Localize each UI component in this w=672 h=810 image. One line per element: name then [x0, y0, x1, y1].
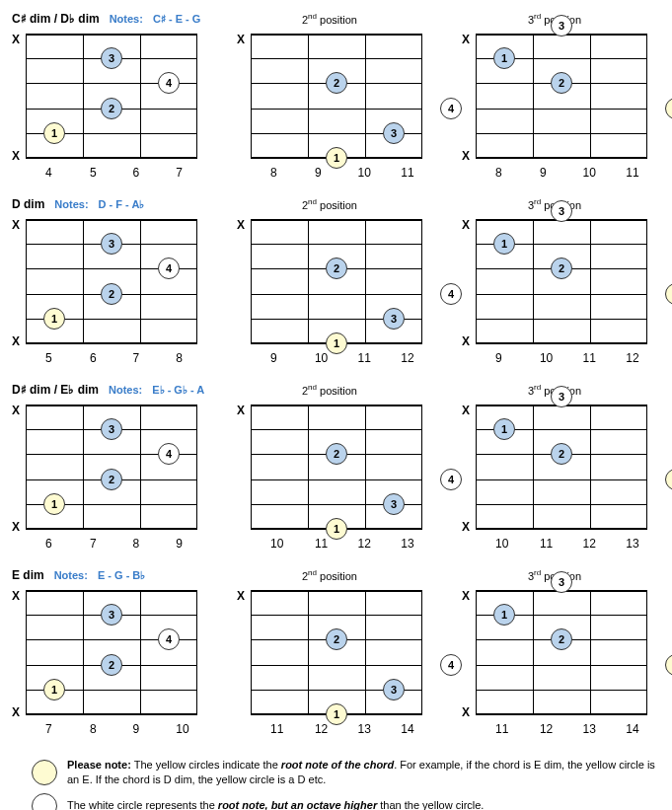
- fretboard-grid: 1234: [251, 405, 422, 529]
- fret-number: 11: [251, 722, 293, 736]
- muted-bottom: X: [462, 335, 476, 347]
- string-line: [476, 342, 647, 344]
- fret-number: 7: [26, 722, 68, 736]
- muted-top: X: [12, 219, 26, 231]
- finger-dot: 1: [493, 418, 515, 440]
- fret-line: [365, 34, 366, 158]
- finger-dot: 4: [665, 98, 672, 119]
- fret-line: [140, 405, 141, 529]
- string-line: [476, 504, 647, 505]
- string-line: [476, 133, 647, 134]
- chart-header: 2nd position: [237, 568, 422, 586]
- finger-dot: 4: [158, 443, 180, 465]
- chord-name: D dim: [12, 197, 44, 211]
- chord-chart: 2nd positionX123411121314: [237, 568, 422, 736]
- string-line: [476, 294, 647, 295]
- finger-dot: 1: [326, 332, 347, 354]
- fret-number: 10: [293, 351, 336, 365]
- muted-strings: X: [237, 34, 251, 158]
- chart-header: D dimNotes:D - F - A♭: [12, 197, 197, 215]
- finger-dot: 2: [326, 628, 347, 650]
- muted-top: X: [237, 34, 251, 45]
- fret-line: [308, 34, 309, 158]
- fret-number: 8: [476, 166, 518, 180]
- string-line: [476, 157, 647, 159]
- fret-line: [646, 34, 647, 158]
- finger-dot: 3: [383, 122, 405, 144]
- finger-dot: 1: [493, 47, 515, 69]
- fret-number: 7: [68, 537, 112, 551]
- muted-bottom: X: [12, 335, 26, 347]
- muted-strings: XX: [462, 219, 476, 343]
- fret-number: 13: [379, 537, 422, 551]
- fret-line: [83, 219, 84, 343]
- chart-header: C♯ dim / D♭ dimNotes:C♯ - E - G: [12, 12, 197, 30]
- position-label: 2nd position: [237, 568, 422, 582]
- fret-number: 14: [379, 722, 422, 736]
- finger-dot: 1: [43, 122, 65, 144]
- string-line: [476, 109, 647, 110]
- fret-line: [196, 590, 197, 714]
- fret-numbers: 10111213: [476, 537, 647, 551]
- chart-header: 2nd position: [237, 197, 422, 215]
- finger-dot: 2: [101, 654, 122, 676]
- fret-number: 10: [336, 166, 380, 180]
- string-line: [26, 713, 197, 715]
- position-label: 2nd position: [237, 197, 422, 211]
- fret-numbers: 9101112: [476, 351, 647, 365]
- string-line: [251, 58, 422, 59]
- fret-line: [26, 590, 27, 714]
- string-line: [251, 479, 422, 480]
- fret-line: [421, 34, 422, 158]
- fret-line: [251, 590, 252, 714]
- finger-dot: 3: [383, 493, 405, 515]
- fret-number: 11: [476, 722, 518, 736]
- fret-line: [26, 219, 27, 343]
- muted-top: X: [462, 405, 476, 416]
- chord-chart: 3rd positionXX3124891011: [462, 12, 647, 180]
- legend-circle-yellow: [32, 760, 57, 785]
- notes-label: Notes:: [110, 13, 143, 25]
- fret-number: 6: [68, 351, 112, 365]
- muted-bottom: X: [462, 521, 476, 533]
- finger-dot: 2: [326, 258, 347, 279]
- finger-dot: 1: [43, 679, 65, 700]
- fretboard-grid: 1234: [26, 405, 197, 529]
- grid-wrap: XX3124: [462, 219, 647, 343]
- fret-number: 9: [293, 166, 336, 180]
- fret-number: 10: [154, 722, 197, 736]
- grid-wrap: XX1234: [12, 405, 197, 529]
- muted-strings: XX: [12, 219, 26, 343]
- fret-numbers: 4567: [26, 166, 197, 180]
- fret-number: 9: [251, 351, 293, 365]
- fret-line: [26, 34, 27, 158]
- fret-number: 14: [604, 722, 647, 736]
- chord-notes: E♭ - G♭ - A: [152, 384, 204, 397]
- string-line: [251, 615, 422, 616]
- fret-line: [83, 34, 84, 158]
- chord-name: C♯ dim / D♭ dim: [12, 12, 100, 26]
- fret-line: [533, 219, 534, 343]
- muted-top: X: [237, 219, 251, 231]
- fret-number: 11: [336, 351, 380, 365]
- fret-line: [83, 590, 84, 714]
- fret-line: [421, 590, 422, 714]
- fret-line: [646, 405, 647, 529]
- finger-dot: 3: [101, 604, 122, 626]
- fret-line: [646, 590, 647, 714]
- fret-line: [646, 219, 647, 343]
- finger-dot: 2: [326, 72, 347, 94]
- fret-line: [533, 590, 534, 714]
- fret-line: [476, 34, 477, 158]
- grid-wrap: X1234: [237, 405, 422, 529]
- chord-row: D dimNotes:D - F - A♭XX123456782nd posit…: [12, 197, 660, 365]
- string-line: [251, 429, 422, 430]
- fret-line: [251, 405, 252, 529]
- chord-chart: E dimNotes:E - G - B♭XX123478910: [12, 568, 197, 736]
- chart-header: 2nd position: [237, 12, 422, 30]
- fretboard-grid: 1234: [251, 34, 422, 158]
- fret-line: [83, 405, 84, 529]
- fret-number: 11: [518, 537, 561, 551]
- fret-numbers: 78910: [26, 722, 197, 736]
- fret-number: 8: [154, 351, 197, 365]
